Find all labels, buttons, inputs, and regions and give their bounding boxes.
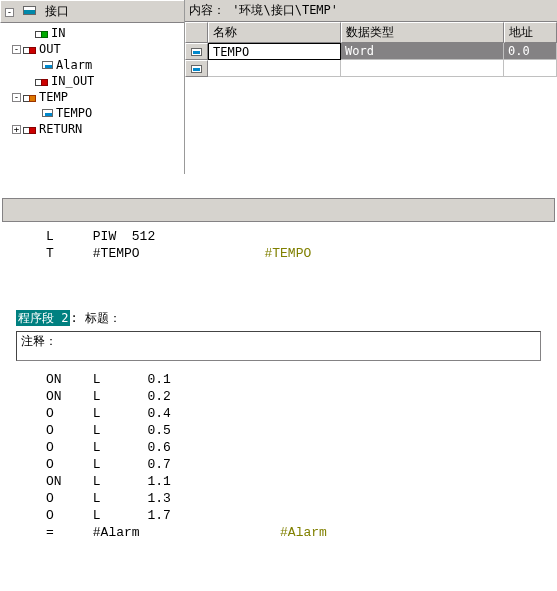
cell-type[interactable]	[341, 60, 504, 77]
var-icon	[42, 109, 53, 117]
tree-panel: - 接口 IN -OUT Alarm IN_OUT -TEMP TEMPO	[0, 0, 185, 174]
tree-root-toggle[interactable]: -	[5, 8, 14, 17]
segment2-comment[interactable]: 注释：	[16, 331, 541, 361]
var-icon	[42, 61, 53, 69]
col-name-header[interactable]: 名称	[208, 22, 341, 43]
tree-node-inout[interactable]: IN_OUT	[2, 73, 184, 89]
tree-node-tempo[interactable]: TEMPO	[2, 105, 184, 121]
col-type-header[interactable]: 数据类型	[341, 22, 504, 43]
toggle-out[interactable]: -	[12, 45, 21, 54]
col-icon-header[interactable]	[185, 22, 208, 43]
col-addr-header[interactable]: 地址	[504, 22, 557, 43]
content-panel: 内容： '环境\接口\TEMP' 名称 数据类型 地址 TEMPO Word 0…	[185, 0, 557, 174]
top-panel: - 接口 IN -OUT Alarm IN_OUT -TEMP TEMPO	[0, 0, 557, 174]
tree-header-label: 接口	[45, 4, 69, 18]
segment1-comment-bar[interactable]	[2, 198, 555, 222]
toggle-temp[interactable]: -	[12, 93, 21, 102]
cell-addr[interactable]	[504, 60, 557, 77]
segment1-code[interactable]: L PIW 512 T #TEMPO #TEMPO	[2, 228, 555, 262]
return-icon	[23, 125, 36, 134]
row-icon	[185, 60, 208, 77]
var-icon	[191, 48, 202, 56]
segment2-code[interactable]: ON L 0.1 ON L 0.2 O L 0.4 O L 0.5 O L 0.…	[2, 371, 555, 541]
temp-icon	[23, 93, 36, 102]
tree-node-in[interactable]: IN	[2, 25, 184, 41]
tree-header: - 接口	[0, 0, 184, 23]
tree-body: IN -OUT Alarm IN_OUT -TEMP TEMPO +RETURN	[0, 23, 184, 139]
grid-row[interactable]	[185, 60, 557, 77]
out-icon	[23, 45, 36, 54]
cell-type[interactable]: Word	[341, 43, 504, 60]
cell-name[interactable]	[208, 60, 341, 77]
row-icon	[185, 43, 208, 60]
tree-node-out[interactable]: -OUT	[2, 41, 184, 57]
cell-name[interactable]: TEMPO	[208, 43, 341, 60]
grid-row[interactable]: TEMPO Word 0.0	[185, 43, 557, 60]
segment-title-text[interactable]: : 标题：	[70, 311, 120, 325]
tree-node-return[interactable]: +RETURN	[2, 121, 184, 137]
content-path: 内容： '环境\接口\TEMP'	[185, 0, 557, 22]
cell-addr[interactable]: 0.0	[504, 43, 557, 60]
path-value: '环境\接口\TEMP'	[232, 3, 338, 17]
interface-icon	[23, 6, 36, 15]
comment-label: 注释：	[21, 334, 57, 348]
segment-number[interactable]: 程序段 2	[16, 310, 70, 326]
tree-node-alarm[interactable]: Alarm	[2, 57, 184, 73]
path-label: 内容：	[189, 3, 225, 17]
grid-header: 名称 数据类型 地址	[185, 22, 557, 43]
segments: L PIW 512 T #TEMPO #TEMPO 程序段 2: 标题： 注释：…	[0, 174, 557, 541]
toggle-return[interactable]: +	[12, 125, 21, 134]
segment2-title: 程序段 2: 标题：	[2, 308, 555, 329]
var-icon	[191, 65, 202, 73]
tree-node-temp[interactable]: -TEMP	[2, 89, 184, 105]
in-icon	[35, 29, 48, 38]
inout-icon	[35, 77, 48, 86]
